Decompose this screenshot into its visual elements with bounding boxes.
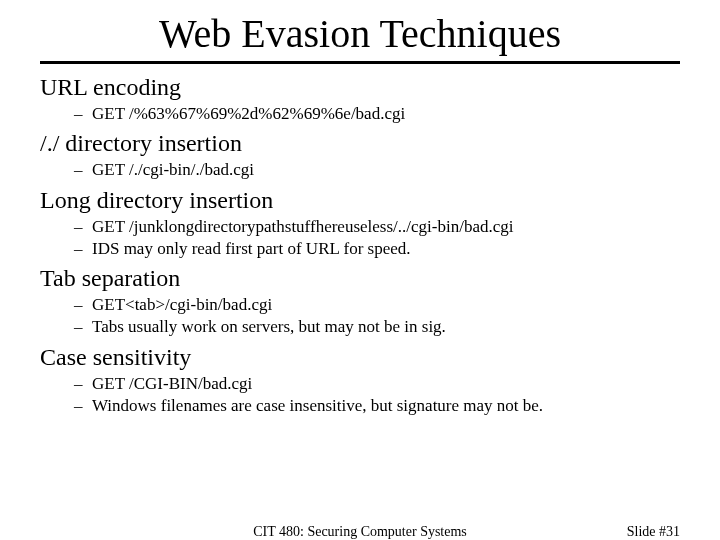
slide-title: Web Evasion Techniques [40, 10, 680, 57]
bullet-item: GET<tab>/cgi-bin/bad.cgi [92, 294, 680, 315]
bullet-item: GET /%63%67%69%2d%62%69%6e/bad.cgi [92, 103, 680, 124]
section-heading: Case sensitivity [40, 344, 680, 371]
section-heading: Tab separation [40, 265, 680, 292]
bullet-item: GET /CGI-BIN/bad.cgi [92, 373, 680, 394]
section-heading: /./ directory insertion [40, 130, 680, 157]
title-rule [40, 61, 680, 64]
bullet-item: Tabs usually work on servers, but may no… [92, 316, 680, 337]
footer-right: Slide #31 [627, 524, 680, 540]
footer-center: CIT 480: Securing Computer Systems [0, 524, 720, 540]
bullet-item: Windows filenames are case insensitive, … [92, 395, 680, 416]
section-heading: Long directory insertion [40, 187, 680, 214]
bullet-item: GET /junklongdirectorypathstuffhereusele… [92, 216, 680, 237]
section-heading: URL encoding [40, 74, 680, 101]
slide: Web Evasion Techniques URL encoding GET … [0, 0, 720, 540]
bullet-item: GET /./cgi-bin/./bad.cgi [92, 159, 680, 180]
bullet-item: IDS may only read first part of URL for … [92, 238, 680, 259]
